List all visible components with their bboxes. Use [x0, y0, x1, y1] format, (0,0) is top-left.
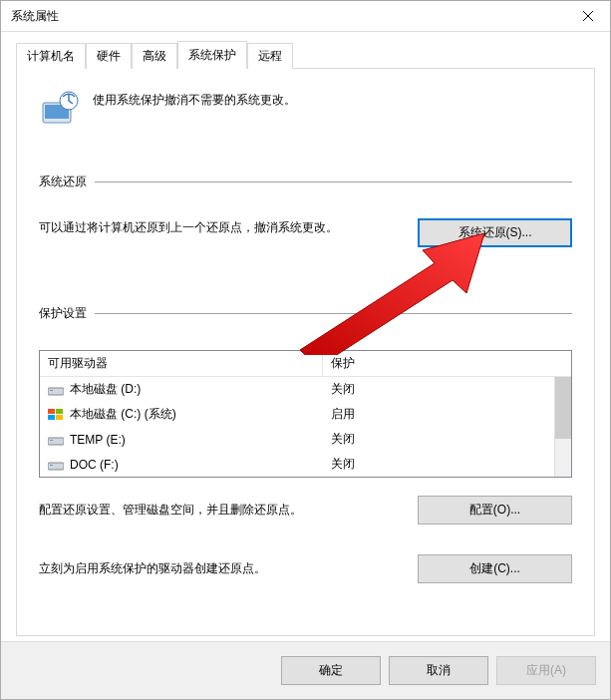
header-protection[interactable]: 保护 — [323, 351, 571, 376]
windows-drive-icon — [48, 409, 64, 421]
scrollbar[interactable] — [554, 377, 571, 477]
drive-name: TEMP (E:) — [70, 433, 126, 447]
drive-status: 关闭 — [323, 429, 554, 450]
svg-rect-9 — [48, 438, 64, 445]
table-row[interactable]: TEMP (E:) 关闭 — [40, 427, 554, 452]
configure-button[interactable]: 配置(O)... — [418, 496, 572, 525]
intro-text: 使用系统保护撤消不需要的系统更改。 — [93, 89, 296, 109]
drive-name: DOC (F:) — [70, 458, 119, 472]
close-button[interactable] — [565, 1, 610, 31]
svg-rect-12 — [50, 465, 53, 466]
svg-rect-4 — [50, 390, 53, 391]
restore-description: 可以通过将计算机还原到上一个还原点，撤消系统更改。 — [39, 218, 388, 237]
table-row[interactable]: 本地磁盘 (C:) (系统) 启用 — [40, 402, 554, 427]
create-description: 立刻为启用系统保护的驱动器创建还原点。 — [39, 560, 388, 577]
tab-panel-system-protection: 使用系统保护撤消不需要的系统更改。 系统还原 可以通过将计算机还原到上一个还原点… — [16, 69, 595, 636]
drive-status: 启用 — [323, 404, 554, 425]
tab-remote[interactable]: 远程 — [247, 43, 293, 69]
svg-rect-6 — [56, 409, 63, 414]
tab-bar: 计算机名 硬件 高级 系统保护 远程 — [16, 43, 595, 69]
table-row[interactable]: DOC (F:) 关闭 — [40, 452, 554, 477]
drive-icon — [48, 459, 64, 471]
svg-rect-3 — [48, 388, 64, 395]
drive-name: 本地磁盘 (C:) (系统) — [70, 406, 176, 423]
divider — [95, 313, 572, 314]
tab-computer-name[interactable]: 计算机名 — [16, 43, 86, 69]
drive-icon — [48, 434, 64, 446]
dialog-footer: 确定 取消 应用(A) — [1, 641, 610, 699]
close-icon — [583, 11, 593, 21]
header-drive[interactable]: 可用驱动器 — [40, 351, 323, 376]
drive-table: 可用驱动器 保护 本地磁盘 (D:) 关闭 本地磁盘 (C:) (系统) — [39, 350, 572, 478]
tab-advanced[interactable]: 高级 — [132, 43, 177, 69]
svg-rect-5 — [48, 409, 55, 414]
drive-status: 关闭 — [323, 454, 554, 475]
system-protection-icon — [39, 89, 79, 129]
svg-rect-10 — [50, 440, 53, 441]
svg-rect-7 — [48, 415, 55, 420]
create-button[interactable]: 创建(C)... — [418, 554, 572, 583]
restore-section-title: 系统还原 — [39, 174, 87, 190]
tab-hardware[interactable]: 硬件 — [86, 43, 132, 69]
config-description: 配置还原设置、管理磁盘空间，并且删除还原点。 — [39, 502, 388, 519]
drive-status: 关闭 — [323, 379, 554, 400]
tab-system-protection[interactable]: 系统保护 — [177, 41, 247, 69]
divider — [95, 181, 572, 182]
scroll-thumb[interactable] — [555, 377, 571, 439]
drive-icon — [48, 384, 64, 396]
system-restore-button[interactable]: 系统还原(S)... — [418, 218, 572, 247]
apply-button[interactable]: 应用(A) — [496, 656, 596, 685]
drive-name: 本地磁盘 (D:) — [70, 381, 141, 398]
protection-section-title: 保护设置 — [39, 305, 87, 322]
table-row[interactable]: 本地磁盘 (D:) 关闭 — [40, 377, 554, 402]
titlebar: 系统属性 — [1, 1, 610, 32]
cancel-button[interactable]: 取消 — [389, 656, 488, 685]
window-title: 系统属性 — [11, 8, 59, 25]
svg-rect-11 — [48, 463, 64, 470]
table-header: 可用驱动器 保护 — [40, 351, 571, 377]
svg-rect-8 — [56, 415, 63, 420]
ok-button[interactable]: 确定 — [281, 656, 381, 685]
